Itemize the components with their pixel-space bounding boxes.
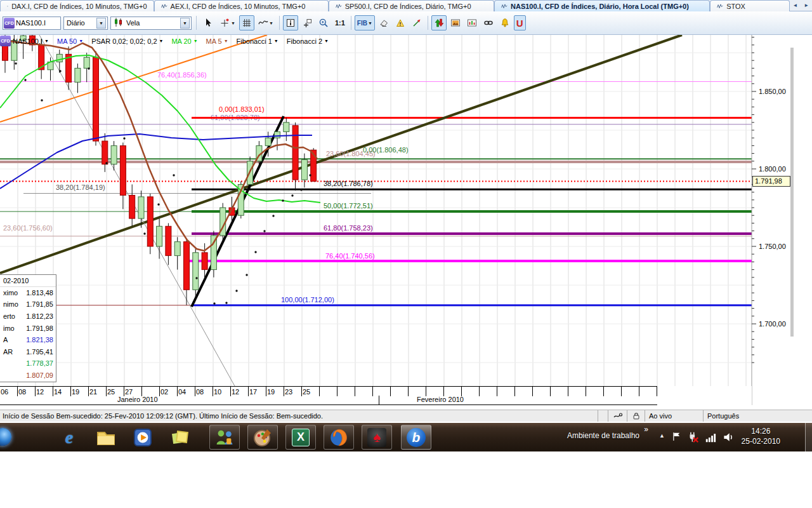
link-charts-button[interactable] [481, 15, 496, 30]
chevron-down-icon: ▼ [368, 21, 372, 25]
chart-tab-5[interactable]: STOX [710, 0, 789, 11]
toolbar-chevron[interactable]: » [644, 425, 648, 434]
instrument-value: NAS100.I [15, 19, 46, 27]
tab-label: AEX.I, CFD de Índices, 10 Minutos, TMG+0 [171, 3, 306, 10]
fib-level-label: 0,00(1.833,01) [219, 105, 265, 113]
chart-tab-1[interactable]: DAX.I, CFD de Índices, 10 Minutos, TMG+0 [0, 0, 154, 11]
cfd-badge-icon: CFD [0, 36, 11, 46]
tab-scroll-left-icon[interactable]: ◄ [790, 0, 801, 11]
grid-toggle[interactable] [239, 15, 254, 30]
grid-toggle-icon [242, 18, 252, 28]
messenger-button[interactable] [209, 425, 240, 450]
pointer-tool[interactable] [201, 15, 216, 30]
month-label: Fevereiro 2010 [417, 396, 464, 403]
legend-item-5[interactable]: MA 5▼ [206, 37, 228, 45]
paint-button[interactable] [247, 425, 278, 450]
tray-expand-icon[interactable]: ▲ [659, 432, 665, 439]
alert-tool[interactable] [393, 15, 408, 30]
lock-icon[interactable] [627, 410, 645, 422]
chart-area[interactable]: CFDNAS100.I▼MA 50▼PSAR 0,02; 0,02; 0,2▼M… [0, 35, 812, 405]
tool-buttons: ▼▼1:1FIB▼U [201, 15, 526, 30]
sticky-notes-button[interactable] [169, 427, 190, 448]
language-selector[interactable]: Português [703, 410, 812, 422]
data-window-row: ximo1.813,48 [0, 287, 56, 299]
date-cell [568, 387, 586, 396]
legend-item-7[interactable]: Fibonacci 2▼ [287, 37, 329, 45]
legend-label: MA 50 [57, 37, 77, 45]
date-cell: 27 [124, 387, 142, 396]
legend-label: MA 5 [206, 37, 222, 45]
zoom-tool-icon [318, 18, 329, 28]
start-button-icon[interactable] [0, 428, 11, 446]
eraser-tool[interactable] [376, 15, 391, 30]
instrument-input[interactable]: CFD NAS100.I [3, 17, 61, 30]
alert-tool-icon [395, 18, 405, 28]
link-charts-button-icon [483, 18, 494, 28]
legend-label: Fibonacci 1 [237, 37, 272, 45]
waveform-icon [161, 3, 167, 10]
volume-icon[interactable] [723, 431, 735, 446]
show-desktop-button[interactable] [805, 423, 812, 451]
one-to-one-button[interactable]: 1:1 [332, 15, 348, 30]
annotation-tool[interactable] [299, 15, 315, 30]
indicator-wave-tool[interactable]: ▼ [256, 15, 276, 30]
firefox-button[interactable] [324, 425, 354, 450]
date-cell: 04 [178, 387, 195, 396]
buy-sell-arrows-toggle[interactable] [431, 15, 447, 30]
data-window-value: 1.791,85 [26, 300, 53, 308]
desktop-toolbar-label[interactable]: Ambiente de trabalho [567, 431, 639, 440]
price-chart-canvas[interactable] [0, 35, 812, 405]
bwin-button[interactable]: b [401, 425, 431, 450]
taskbar-clock[interactable]: 14:26 25-02-2010 [742, 426, 780, 446]
chart-tab-2[interactable]: AEX.I, CFD de Índices, 10 Minutos, TMG+0 [154, 0, 329, 11]
fibonacci-tool-label: FIB [357, 20, 367, 27]
chart-copy-button[interactable] [464, 15, 480, 30]
status-spacer [598, 410, 608, 422]
pokerstars-button[interactable]: ♠ [362, 425, 392, 450]
tab-label: DAX.I, CFD de Índices, 10 Minutos, TMG+0 [11, 3, 147, 10]
chart-type-value: Vela [126, 19, 178, 27]
chart-tab-4[interactable]: NAS100.I, CFD de Índices, Diário, Hora L… [494, 0, 710, 11]
tab-scroll-right-icon[interactable]: ► [801, 0, 812, 11]
legend-item-3[interactable]: PSAR 0,02; 0,02; 0,2▼ [91, 37, 163, 45]
legend-label: PSAR 0,02; 0,02; 0,2 [91, 37, 157, 45]
live-status: Ao vivo [645, 410, 703, 422]
network-signal-icon[interactable] [705, 431, 717, 446]
trendline-tool[interactable] [409, 15, 424, 30]
chart-type-select[interactable]: Vela ▼ [110, 17, 192, 30]
legend-label: MA 20 [171, 37, 191, 45]
internet-explorer-button[interactable]: e [58, 427, 80, 448]
paint-icon [252, 427, 273, 448]
action-center-flag-icon[interactable] [671, 431, 682, 444]
date-cell [355, 387, 373, 396]
legend-item-2[interactable]: MA 50▼ [57, 37, 83, 45]
date-cell: 25 [302, 387, 320, 396]
date-cell [533, 387, 551, 396]
legend-item-6[interactable]: Fibonacci 1▼ [237, 37, 278, 45]
excel-button[interactable]: X [285, 425, 316, 450]
legend-label: NAS100.I [13, 37, 43, 45]
zoom-tool[interactable] [316, 15, 331, 30]
date-cell [444, 387, 462, 396]
info-window-toggle[interactable] [283, 15, 298, 30]
one-to-one-button-label: 1:1 [335, 19, 345, 27]
crosshair-tool[interactable]: ▼ [218, 15, 238, 30]
connection-icon[interactable] [608, 410, 627, 422]
period-select[interactable]: Diário ▼ [63, 17, 108, 30]
data-window-label: A [3, 336, 8, 344]
legend-item-1[interactable]: CFDNAS100.I▼ [0, 36, 49, 46]
folder-button[interactable] [95, 427, 117, 448]
data-window-label: 02-2010 [3, 277, 29, 284]
price-alarm-button[interactable] [497, 15, 513, 30]
legend-item-4[interactable]: MA 20▼ [171, 37, 197, 45]
fibonacci-tool[interactable]: FIB▼ [355, 15, 375, 30]
month-label: Janeiro 2010 [117, 396, 158, 403]
power-disconnected-icon[interactable] [687, 431, 699, 446]
chart-tab-3[interactable]: SP500.I, CFD de Índices, Diário, TMG+0 [329, 0, 494, 11]
tab-label: STOX [726, 3, 745, 10]
media-player-button[interactable] [132, 427, 154, 448]
chart-snapshot-button[interactable] [448, 15, 463, 30]
buy-sell-arrows-toggle-icon [434, 18, 444, 28]
data-window-label: erto [3, 312, 15, 320]
magnet-toggle[interactable]: U [514, 15, 526, 30]
